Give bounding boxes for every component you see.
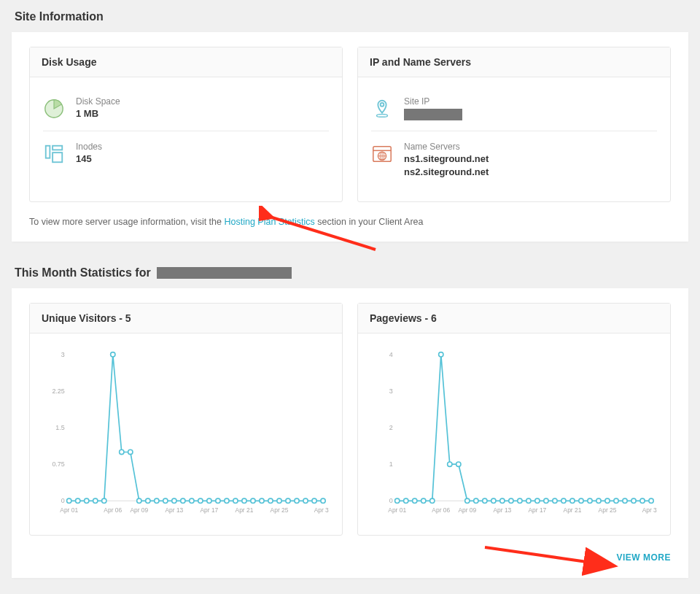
svg-point-72 (413, 498, 417, 503)
svg-point-47 (251, 498, 255, 503)
site-info-title: Site Information (0, 0, 700, 32)
svg-text:Apr 25: Apr 25 (599, 506, 617, 514)
svg-text:Apr 09: Apr 09 (458, 506, 476, 514)
svg-text:Apr 21: Apr 21 (236, 506, 254, 514)
svg-point-40 (190, 498, 194, 503)
stats-title-prefix: This Month Statistics for (15, 266, 151, 279)
disk-space-value: 1 MB (76, 107, 120, 120)
svg-point-32 (120, 450, 124, 454)
server-usage-hint: To view more server usage information, v… (29, 217, 671, 227)
site-info-panel: Disk Usage Disk Space 1 MB (12, 32, 688, 242)
pageviews-card: Pageviews - 6 01234Apr 01Apr 06Apr 09Apr… (357, 303, 671, 536)
svg-point-36 (155, 498, 159, 503)
svg-point-51 (286, 498, 290, 503)
svg-point-95 (614, 498, 618, 503)
svg-point-55 (321, 498, 325, 503)
svg-text:Apr 17: Apr 17 (200, 506, 218, 514)
svg-point-76 (448, 462, 452, 466)
hint-suffix: section in your Client Area (315, 217, 424, 227)
svg-point-41 (198, 498, 203, 503)
ns2-value: ns2.siteground.net (404, 166, 489, 177)
svg-point-49 (268, 498, 273, 503)
svg-point-54 (312, 498, 316, 503)
svg-text:Apr 09: Apr 09 (130, 506, 148, 514)
svg-point-28 (85, 498, 89, 503)
svg-text:Apr 30: Apr 30 (642, 506, 657, 514)
svg-point-86 (535, 498, 540, 503)
svg-text:Apr 06: Apr 06 (104, 506, 122, 514)
svg-text:Apr 17: Apr 17 (528, 506, 546, 514)
svg-text:Apr 21: Apr 21 (564, 506, 582, 514)
unique-visitors-chart: 00.751.52.253Apr 01Apr 06Apr 09Apr 13Apr… (43, 347, 329, 522)
svg-point-33 (128, 450, 133, 454)
svg-point-52 (295, 498, 299, 503)
svg-point-48 (260, 498, 264, 503)
svg-text:Apr 30: Apr 30 (314, 506, 329, 514)
svg-text:Apr 13: Apr 13 (165, 506, 183, 514)
svg-text:Apr 01: Apr 01 (60, 506, 78, 514)
hint-prefix: To view more server usage information, v… (29, 217, 224, 227)
disk-usage-header: Disk Usage (30, 47, 342, 77)
name-servers-label: Name Servers (404, 142, 489, 152)
pageviews-header: Pageviews - 6 (358, 304, 670, 333)
svg-point-82 (500, 498, 505, 503)
svg-point-94 (605, 498, 610, 503)
svg-text:0: 0 (389, 497, 393, 504)
svg-point-80 (483, 498, 487, 503)
svg-point-73 (421, 498, 426, 503)
svg-point-43 (216, 498, 220, 503)
svg-point-93 (596, 498, 601, 503)
svg-point-35 (146, 498, 150, 503)
svg-point-46 (242, 498, 246, 503)
ip-name-header: IP and Name Servers (358, 47, 670, 77)
svg-point-84 (518, 498, 522, 503)
svg-point-81 (491, 498, 496, 503)
svg-text:3: 3 (61, 350, 65, 358)
svg-text:2: 2 (389, 424, 393, 431)
svg-point-39 (181, 498, 185, 503)
svg-point-37 (163, 498, 168, 503)
hosting-plan-statistics-link[interactable]: Hosting Plan Statistics (224, 217, 314, 227)
site-ip-value: hidden (404, 107, 462, 120)
pageviews-chart: 01234Apr 01Apr 06Apr 09Apr 13Apr 17Apr 2… (371, 347, 657, 522)
stats-site-name-redacted: hidden (157, 267, 292, 279)
svg-text:Apr 06: Apr 06 (432, 506, 450, 514)
svg-point-50 (277, 498, 281, 503)
svg-point-98 (640, 498, 645, 503)
svg-point-70 (395, 498, 400, 503)
svg-point-75 (439, 352, 443, 356)
svg-point-78 (465, 498, 470, 503)
svg-point-74 (430, 498, 435, 503)
inodes-label: Inodes (76, 142, 102, 152)
name-servers-value: ns1.siteground.net ns2.siteground.net (404, 153, 489, 179)
svg-point-26 (67, 498, 71, 503)
inodes-value: 145 (76, 153, 102, 166)
svg-point-99 (649, 498, 653, 503)
svg-point-44 (225, 498, 229, 503)
month-stats-panel: Unique Visitors - 5 00.751.52.253Apr 01A… (12, 288, 688, 578)
svg-point-45 (233, 498, 238, 503)
svg-text:Apr 13: Apr 13 (493, 506, 511, 514)
svg-point-85 (526, 498, 531, 503)
svg-rect-1 (46, 146, 50, 158)
svg-text:0.75: 0.75 (52, 460, 64, 468)
svg-text:4: 4 (389, 350, 393, 358)
svg-rect-3 (52, 153, 62, 162)
svg-point-42 (207, 498, 211, 503)
disk-space-metric: Disk Space 1 MB (43, 89, 329, 131)
svg-point-29 (93, 498, 98, 503)
month-stats-title: This Month Statistics for hidden (0, 256, 700, 288)
svg-point-77 (456, 462, 461, 466)
svg-point-89 (561, 498, 566, 503)
svg-text:3: 3 (389, 387, 393, 394)
inodes-icon (43, 143, 65, 165)
location-pin-icon (371, 98, 393, 120)
svg-point-96 (623, 498, 627, 503)
svg-text:Apr 25: Apr 25 (271, 506, 289, 514)
svg-point-34 (137, 498, 141, 503)
svg-point-91 (579, 498, 583, 503)
svg-point-38 (172, 498, 176, 503)
view-more-link[interactable]: VIEW MORE (616, 552, 671, 563)
svg-point-97 (631, 498, 636, 503)
svg-point-92 (588, 498, 592, 503)
